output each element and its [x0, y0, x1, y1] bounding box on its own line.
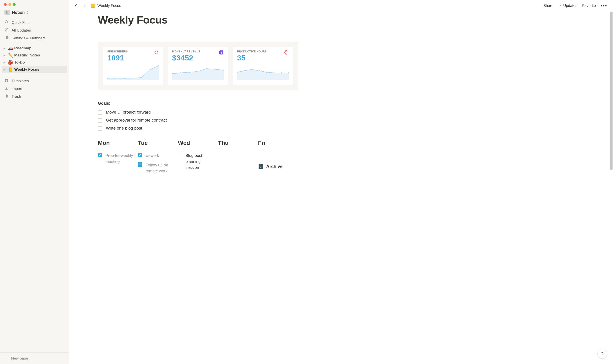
stat-value: 1091	[107, 53, 128, 62]
checkbox[interactable]	[138, 153, 142, 157]
day-heading: Wed	[178, 140, 214, 146]
sidebar-trash[interactable]: Trash	[2, 93, 67, 101]
stat-sparkline	[172, 62, 224, 85]
close-window-button[interactable]	[4, 3, 7, 6]
sidebar-page-item[interactable]: ▶ 📒 Weekly Focus	[2, 66, 67, 73]
checkbox[interactable]	[98, 126, 102, 130]
workspace-switcher[interactable]: N Notion ▴▾	[0, 8, 69, 18]
goal-row: Write one blog post	[98, 126, 298, 131]
favorite-button[interactable]: Favorite	[582, 3, 596, 8]
svg-point-11	[189, 72, 190, 73]
svg-point-12	[197, 71, 199, 72]
window-controls	[0, 0, 69, 8]
task-row: UI work	[138, 153, 174, 159]
updates-button[interactable]: Updates	[558, 3, 577, 8]
svg-point-9	[172, 73, 173, 74]
sidebar-import-label: Import	[12, 87, 22, 91]
day-column: Fri 🗄️ Archive	[258, 140, 298, 174]
sidebar-pages-list: ▶ 🚗 Roadmap▶ ✏️ Meeting Notes▶ 🎒 To-Do▶ …	[0, 42, 69, 75]
sidebar-trash-label: Trash	[12, 94, 21, 99]
task-text[interactable]: Prep for weekly meeting	[105, 153, 134, 165]
stat-card[interactable]: MONTHLY REVENUE $3452 S	[168, 47, 228, 85]
checkbox[interactable]	[98, 110, 102, 115]
task-row: Follow up on remote work	[138, 162, 174, 174]
svg-point-4	[141, 77, 142, 78]
svg-point-15	[223, 69, 224, 71]
stat-source-icon	[154, 50, 159, 55]
share-button[interactable]: Share	[543, 3, 553, 8]
stat-sparkline	[237, 62, 289, 85]
page-title[interactable]: Weekly Focus	[98, 14, 298, 26]
scrollbar-thumb[interactable]	[610, 12, 613, 170]
stat-card[interactable]: SUBSCRIBERS 1091	[103, 47, 163, 85]
sidebar-page-item[interactable]: ▶ 🎒 To-Do	[2, 59, 67, 66]
checkbox[interactable]	[178, 153, 182, 157]
stat-value: $3452	[172, 53, 200, 62]
caret-right-icon[interactable]: ▶	[3, 68, 7, 71]
page-content: Weekly Focus SUBSCRIBERS 1091 MONTHLY RE…	[69, 12, 613, 364]
sidebar-page-item[interactable]: ▶ 🚗 Roadmap	[2, 45, 67, 52]
svg-point-10	[180, 72, 181, 74]
task-row: Prep for weekly meeting	[98, 153, 134, 165]
task-text[interactable]: Follow up on remote work	[146, 162, 174, 174]
topbar: 📒 Weekly Focus Share Updates Favorite ••…	[69, 0, 613, 12]
sidebar-templates[interactable]: Templates	[2, 77, 67, 85]
breadcrumb[interactable]: 📒 Weekly Focus	[91, 3, 121, 8]
svg-point-19	[259, 70, 260, 71]
sidebar-page-item[interactable]: ▶ ✏️ Meeting Notes	[2, 52, 67, 59]
main-area: 📒 Weekly Focus Share Updates Favorite ••…	[69, 0, 613, 364]
caret-right-icon[interactable]: ▶	[3, 54, 7, 57]
svg-point-0	[107, 78, 108, 79]
goal-row: Get approval for remote contract	[98, 118, 298, 123]
day-tasks: Blog post planning session	[178, 153, 214, 171]
sidebar-settings[interactable]: Settings & Members	[2, 34, 67, 42]
templates-icon	[4, 78, 9, 84]
help-button[interactable]: ?	[598, 349, 607, 359]
nav-back-button[interactable]	[73, 3, 79, 9]
checkbox[interactable]	[98, 118, 102, 122]
nav-forward-button[interactable]	[82, 3, 88, 9]
sidebar-quick-find-label: Quick Find	[12, 20, 30, 25]
page-emoji-icon: 🎒	[8, 60, 13, 65]
page-label: Meeting Notes	[14, 53, 40, 58]
task-text[interactable]: UI work	[146, 153, 159, 159]
page-label: Roadmap	[14, 46, 31, 51]
stat-card[interactable]: PRODUCTIVE HOURS 35	[233, 47, 293, 85]
day-column: Tue UI work Follow up on remote work	[138, 140, 178, 174]
checkbox[interactable]	[138, 162, 142, 167]
sidebar-settings-label: Settings & Members	[12, 36, 46, 40]
more-menu-button[interactable]: •••	[601, 3, 607, 9]
page-emoji-icon: ✏️	[8, 53, 13, 58]
goal-text[interactable]: Get approval for remote contract	[106, 118, 167, 123]
svg-point-16	[237, 72, 238, 73]
svg-text:S: S	[220, 51, 222, 54]
goal-text[interactable]: Move UI project forward	[106, 110, 151, 115]
stat-label: PRODUCTIVE HOURS	[237, 50, 267, 53]
sidebar-templates-label: Templates	[12, 79, 29, 83]
sidebar-import[interactable]: Import	[2, 85, 67, 93]
goal-text[interactable]: Write one blog post	[106, 126, 142, 131]
svg-point-18	[251, 69, 252, 70]
archive-link[interactable]: 🗄️ Archive	[258, 164, 294, 169]
svg-point-1	[115, 78, 117, 79]
caret-right-icon[interactable]: ▶	[3, 61, 7, 64]
task-text[interactable]: Blog post planning session	[186, 153, 214, 171]
stats-strip: SUBSCRIBERS 1091 MONTHLY REVENUE $3452 S…	[98, 41, 298, 90]
archive-label: Archive	[266, 164, 283, 169]
search-icon	[4, 20, 9, 25]
day-column: Mon Prep for weekly meeting	[98, 140, 138, 174]
sidebar-all-updates-label: All Updates	[12, 28, 31, 33]
new-page-button[interactable]: + New page	[4, 356, 65, 361]
minimize-window-button[interactable]	[8, 3, 11, 6]
caret-right-icon[interactable]: ▶	[3, 47, 7, 50]
svg-point-5	[150, 69, 151, 70]
scrollbar-track[interactable]	[610, 12, 613, 364]
checkbox[interactable]	[98, 153, 102, 157]
breadcrumb-emoji-icon: 📒	[91, 3, 96, 8]
updates-label: Updates	[563, 3, 577, 8]
breadcrumb-label: Weekly Focus	[97, 3, 121, 8]
maximize-window-button[interactable]	[13, 3, 15, 6]
svg-point-23	[288, 72, 289, 74]
sidebar-all-updates[interactable]: All Updates	[2, 26, 67, 34]
sidebar-quick-find[interactable]: Quick Find	[2, 19, 67, 26]
